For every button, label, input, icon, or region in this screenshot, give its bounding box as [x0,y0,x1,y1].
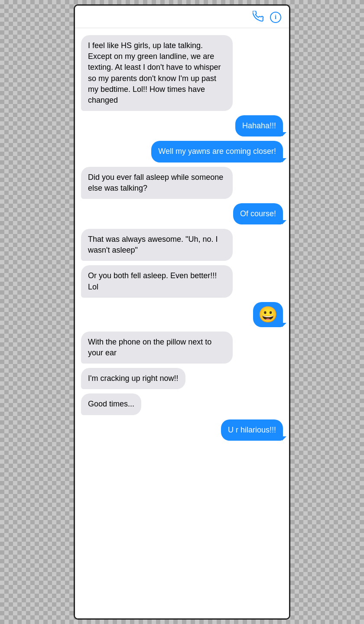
message-bubble-sent: Of course! [233,203,283,224]
header: i [75,6,289,28]
message-bubble-sent: U r hilarious!!! [221,419,283,441]
message-bubble-received: I'm cracking up right now!! [81,368,185,389]
message-bubble-sent: Hahaha!!! [235,115,283,136]
message-bubble-received: Good times... [81,393,141,415]
message-bubble-sent: Well my yawns are coming closer! [151,141,283,162]
message-bubble-received: With the phone on the pillow next to you… [81,332,233,364]
phone-frame: i I feel like HS girls, up late talking.… [74,4,290,620]
message-bubble-received: Did you ever fall asleep while someone e… [81,167,233,199]
info-icon[interactable]: i [270,12,281,23]
messages-area[interactable]: I feel like HS girls, up late talking. E… [75,28,289,618]
message-bubble-emoji: 😀 [253,302,283,327]
phone-icon[interactable] [253,11,264,24]
message-bubble-received: Or you both fell asleep. Even better!!! … [81,265,233,297]
message-bubble-received: I feel like HS girls, up late talking. E… [81,35,233,111]
header-icons: i [253,11,281,24]
message-bubble-received: That was always awesome. "Uh, no. I wasn… [81,229,233,261]
